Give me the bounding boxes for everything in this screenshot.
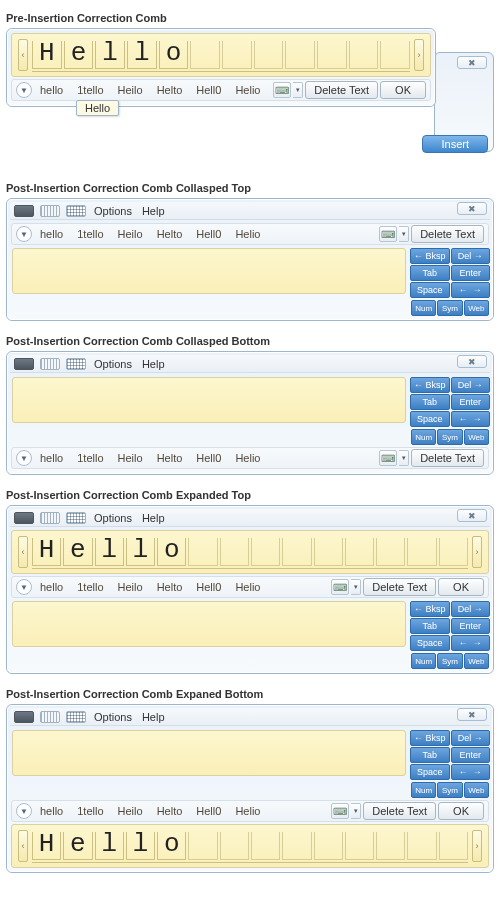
key-arrows[interactable]: ← → xyxy=(451,411,491,427)
key-space[interactable]: Space xyxy=(410,411,450,427)
key-web[interactable]: Web xyxy=(464,782,489,798)
close-icon[interactable]: ✖ xyxy=(457,202,487,215)
key-bksp[interactable]: ← Bksp xyxy=(410,601,450,617)
prev-button[interactable]: ‹ xyxy=(18,39,28,71)
suggestion[interactable]: Heilo xyxy=(112,580,149,594)
options-menu[interactable]: Options xyxy=(92,358,134,370)
suggestion[interactable]: Helio xyxy=(229,83,266,97)
chevron-down-icon[interactable]: ▾ xyxy=(399,450,409,466)
lined-mode-icon[interactable] xyxy=(40,512,60,524)
key-enter[interactable]: Enter xyxy=(451,618,491,634)
suggestion[interactable]: Heilo xyxy=(112,804,149,818)
comb[interactable]: H e l l o xyxy=(32,535,468,569)
suggestion[interactable]: Helto xyxy=(151,580,189,594)
next-button[interactable]: › xyxy=(472,830,482,862)
writing-pad[interactable] xyxy=(12,601,406,647)
key-del[interactable]: Del → xyxy=(451,248,491,264)
writing-pad[interactable] xyxy=(12,377,406,423)
keyboard-mode-icon[interactable] xyxy=(66,711,86,723)
suggestion[interactable]: hello xyxy=(34,580,69,594)
comb[interactable]: H e l l o xyxy=(32,38,410,72)
help-menu[interactable]: Help xyxy=(140,512,167,524)
view-mode-icon[interactable] xyxy=(14,358,34,370)
options-menu[interactable]: Options xyxy=(92,512,134,524)
key-num[interactable]: Num xyxy=(411,300,436,316)
help-menu[interactable]: Help xyxy=(140,358,167,370)
suggestion[interactable]: Helto xyxy=(151,83,189,97)
key-space[interactable]: Space xyxy=(410,635,450,651)
delete-text-button[interactable]: Delete Text xyxy=(411,225,484,243)
ok-button[interactable]: OK xyxy=(438,578,484,596)
keyboard-icon[interactable]: ⌨ xyxy=(331,803,349,819)
key-enter[interactable]: Enter xyxy=(451,265,491,281)
key-web[interactable]: Web xyxy=(464,653,489,669)
options-menu[interactable]: Options xyxy=(92,711,134,723)
key-del[interactable]: Del → xyxy=(451,601,491,617)
expand-button[interactable]: ▼ xyxy=(16,803,32,819)
lined-mode-icon[interactable] xyxy=(40,711,60,723)
suggestion[interactable]: 1tello xyxy=(71,227,109,241)
key-bksp[interactable]: ← Bksp xyxy=(410,248,450,264)
keyboard-icon[interactable]: ⌨ xyxy=(379,226,397,242)
suggestion[interactable]: Heilo xyxy=(112,83,149,97)
key-sym[interactable]: Sym xyxy=(437,653,462,669)
delete-text-button[interactable]: Delete Text xyxy=(411,449,484,467)
key-num[interactable]: Num xyxy=(411,782,436,798)
suggestion[interactable]: hello xyxy=(34,451,69,465)
suggestion[interactable]: Helio xyxy=(229,227,266,241)
help-menu[interactable]: Help xyxy=(140,205,167,217)
suggestion[interactable]: Hell0 xyxy=(190,804,227,818)
lined-mode-icon[interactable] xyxy=(40,205,60,217)
key-arrows[interactable]: ← → xyxy=(451,764,491,780)
ok-button[interactable]: OK xyxy=(380,81,426,99)
writing-pad[interactable] xyxy=(12,730,406,776)
ok-button[interactable]: OK xyxy=(438,802,484,820)
key-tab[interactable]: Tab xyxy=(410,747,450,763)
next-button[interactable]: › xyxy=(414,39,424,71)
prev-button[interactable]: ‹ xyxy=(18,536,28,568)
suggestion[interactable]: 1tello xyxy=(71,804,109,818)
key-del[interactable]: Del → xyxy=(451,730,491,746)
close-icon[interactable]: ✖ xyxy=(457,708,487,721)
key-sym[interactable]: Sym xyxy=(437,429,462,445)
keyboard-mode-icon[interactable] xyxy=(66,358,86,370)
key-sym[interactable]: Sym xyxy=(437,782,462,798)
keyboard-icon[interactable]: ⌨ xyxy=(379,450,397,466)
key-bksp[interactable]: ← Bksp xyxy=(410,730,450,746)
view-mode-icon[interactable] xyxy=(14,205,34,217)
writing-pad[interactable]: ‹ H e l l o › xyxy=(11,33,431,77)
view-mode-icon[interactable] xyxy=(14,512,34,524)
delete-text-button[interactable]: Delete Text xyxy=(363,802,436,820)
key-tab[interactable]: Tab xyxy=(410,618,450,634)
delete-text-button[interactable]: Delete Text xyxy=(363,578,436,596)
suggestion[interactable]: hello xyxy=(34,804,69,818)
suggestion[interactable]: Hell0 xyxy=(190,83,227,97)
suggestion[interactable]: 1tello xyxy=(71,83,109,97)
suggestion[interactable]: 1tello xyxy=(71,451,109,465)
close-icon[interactable]: ✖ xyxy=(457,509,487,522)
keyboard-icon[interactable]: ⌨ xyxy=(273,82,291,98)
view-mode-icon[interactable] xyxy=(14,711,34,723)
suggestion[interactable]: Hell0 xyxy=(190,451,227,465)
help-menu[interactable]: Help xyxy=(140,711,167,723)
suggestion[interactable]: hello xyxy=(34,83,69,97)
key-tab[interactable]: Tab xyxy=(410,265,450,281)
close-icon[interactable]: ✖ xyxy=(457,355,487,368)
suggestion[interactable]: Heilo xyxy=(112,227,149,241)
key-arrows[interactable]: ← → xyxy=(451,282,491,298)
suggestion[interactable]: 1tello xyxy=(71,580,109,594)
key-space[interactable]: Space xyxy=(410,282,450,298)
lined-mode-icon[interactable] xyxy=(40,358,60,370)
options-menu[interactable]: Options xyxy=(92,205,134,217)
keyboard-icon[interactable]: ⌨ xyxy=(331,579,349,595)
writing-pad[interactable]: ‹ H e l l o › xyxy=(11,824,489,868)
key-num[interactable]: Num xyxy=(411,429,436,445)
expand-button[interactable]: ▼ xyxy=(16,226,32,242)
expand-button[interactable]: ▼ xyxy=(16,82,32,98)
suggestion[interactable]: Helio xyxy=(229,580,266,594)
expand-button[interactable]: ▼ xyxy=(16,450,32,466)
suggestion[interactable]: Hell0 xyxy=(190,227,227,241)
key-enter[interactable]: Enter xyxy=(451,394,491,410)
chevron-down-icon[interactable]: ▾ xyxy=(399,226,409,242)
keyboard-mode-icon[interactable] xyxy=(66,205,86,217)
